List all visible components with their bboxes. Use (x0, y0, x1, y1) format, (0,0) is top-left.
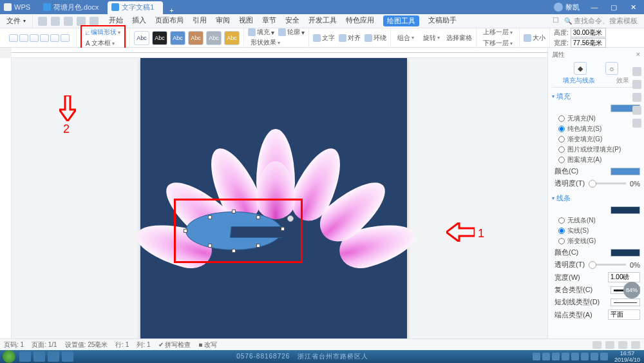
app-tab-wps[interactable]: WPS (0, 1, 39, 14)
panel-close-icon[interactable]: × (636, 50, 640, 58)
combine-button[interactable]: 组合 (395, 33, 417, 43)
lotus-leaf-shape[interactable] (185, 211, 282, 250)
tray-icon[interactable] (600, 353, 608, 360)
tab-drawing-tools[interactable]: 绘图工具 (383, 15, 419, 26)
fill-tab-icon[interactable]: ◆ (574, 62, 587, 75)
style-swatch-3[interactable]: Abc (170, 31, 185, 45)
resize-handle[interactable] (232, 210, 236, 213)
dash-picker[interactable] (611, 299, 640, 306)
line-color-picker[interactable] (611, 249, 640, 257)
outline-button[interactable]: 轮廓▾ (278, 28, 305, 37)
move-down-button[interactable]: 下移一层 (480, 38, 515, 48)
tab-assistant[interactable]: 文稿助手 (428, 15, 457, 26)
line-trans-slider[interactable] (589, 264, 626, 266)
tab-insert[interactable]: 插入 (132, 15, 146, 26)
opt-solid-fill[interactable]: 纯色填充(S) (552, 124, 640, 134)
view-mode-3[interactable] (618, 341, 627, 349)
resize-handle[interactable] (256, 215, 260, 219)
qa-save-icon[interactable] (38, 17, 47, 26)
style-swatch-6[interactable]: Abc (224, 31, 240, 45)
search-box[interactable]: 查找命令、搜索模板 (564, 16, 638, 26)
view-mode-4[interactable] (631, 341, 640, 349)
resize-handle[interactable] (184, 229, 187, 233)
tray-icon[interactable] (571, 353, 579, 360)
taskbar-btn[interactable] (62, 351, 73, 362)
align-button[interactable]: 对齐 (339, 34, 361, 43)
move-up-button[interactable]: 上移一层 (480, 27, 515, 37)
taskbar-btn[interactable] (48, 351, 59, 362)
close-button[interactable]: ✕ (625, 3, 641, 12)
line-preset-3[interactable] (30, 34, 39, 42)
tray-icon[interactable] (581, 353, 589, 360)
tab-view[interactable]: 视图 (239, 15, 253, 26)
selection-pane-button[interactable]: 选择窗格 (446, 33, 472, 43)
qa-print-icon[interactable] (51, 17, 60, 26)
tab-references[interactable]: 引用 (193, 15, 207, 26)
opt-gradient-line[interactable]: 渐变线(G) (552, 236, 640, 246)
side-btn-5[interactable] (632, 119, 641, 128)
tray-icon[interactable] (562, 353, 569, 360)
resize-handle[interactable] (232, 249, 236, 253)
tab-special[interactable]: 特色应用 (346, 15, 374, 26)
status-spell[interactable]: 拼写检查 (165, 341, 191, 348)
doc-tab-2[interactable]: 文字文稿1 (108, 1, 163, 14)
taskbar-clock[interactable]: 16:572019/4/10 (611, 350, 644, 363)
line-width-input[interactable] (608, 272, 640, 282)
cap-select[interactable] (608, 309, 640, 320)
status-overwrite[interactable]: 改写 (204, 341, 217, 348)
fill-section-head[interactable]: 填充 (552, 92, 640, 101)
resize-handle[interactable] (281, 227, 285, 231)
tab-sections[interactable]: 章节 (262, 15, 276, 26)
opt-pattern-fill[interactable]: 图案填充(A) (552, 155, 640, 165)
qa-undo-icon[interactable] (77, 17, 86, 26)
doc-tab-1[interactable]: 荷塘月色.docx (39, 1, 108, 14)
tab-fill-label[interactable]: 填充与线条 (563, 76, 595, 85)
tab-review[interactable]: 审阅 (216, 15, 230, 26)
width-input[interactable] (571, 38, 606, 48)
rotate-button[interactable]: 旋转 (421, 33, 442, 43)
opt-no-fill[interactable]: 无填充(N) (552, 113, 640, 124)
maximize-button[interactable]: ▢ (605, 3, 622, 12)
opt-picture-fill[interactable]: 图片或纹理填充(P) (552, 144, 640, 155)
text-button[interactable]: 文字 (313, 34, 335, 43)
tab-devtools[interactable]: 开发工具 (308, 15, 337, 26)
height-input[interactable] (571, 28, 606, 37)
side-btn-4[interactable] (632, 106, 641, 115)
qa-preview-icon[interactable] (64, 17, 73, 26)
view-mode-2[interactable] (605, 341, 614, 349)
user-area[interactable]: 黎凯 (554, 3, 580, 12)
file-menu[interactable]: 文件 (0, 14, 33, 28)
style-swatch-1[interactable]: Abc (134, 31, 149, 45)
taskbar-btn[interactable] (19, 351, 31, 362)
size-button[interactable]: 大小 (524, 34, 545, 43)
rotation-handle[interactable] (287, 215, 294, 222)
style-swatch-4[interactable]: Abc (188, 31, 204, 45)
edit-shape-button[interactable]: ⟀ 编辑形状 (83, 27, 123, 37)
minimize-button[interactable]: — (586, 3, 603, 12)
effect-tab-icon[interactable]: ☼ (605, 62, 618, 75)
zoom-badge[interactable]: 84% (623, 282, 640, 299)
resize-handle[interactable] (208, 244, 212, 248)
wrap-button[interactable]: 环绕 (365, 34, 386, 43)
side-btn-3[interactable] (632, 93, 641, 102)
tray-icon[interactable] (533, 353, 540, 360)
style-swatch-2[interactable]: Abc (152, 31, 167, 45)
opt-no-line[interactable]: 无线条(N) (552, 215, 640, 226)
line-preset-6[interactable] (61, 34, 70, 42)
line-preset-5[interactable] (50, 34, 59, 42)
text-box-button[interactable]: A 文本框 (83, 38, 123, 48)
line-preset-1[interactable] (9, 34, 18, 42)
line-preset-2[interactable] (19, 34, 28, 42)
tray-icon[interactable] (542, 353, 550, 360)
line-color-swatch[interactable] (611, 206, 640, 214)
shape-effect-button[interactable]: 形状效果 (248, 37, 283, 48)
start-button[interactable] (3, 350, 15, 363)
side-btn-1[interactable] (632, 67, 641, 76)
style-swatch-5[interactable]: Abc (206, 31, 222, 45)
line-preset-4[interactable] (40, 34, 49, 42)
tab-layout[interactable]: 页面布局 (155, 15, 184, 26)
taskbar-btn[interactable] (33, 351, 45, 362)
qa-redo-icon[interactable] (90, 17, 99, 26)
page-canvas[interactable] (140, 58, 407, 350)
tab-effect-label[interactable]: 效果 (616, 76, 629, 85)
